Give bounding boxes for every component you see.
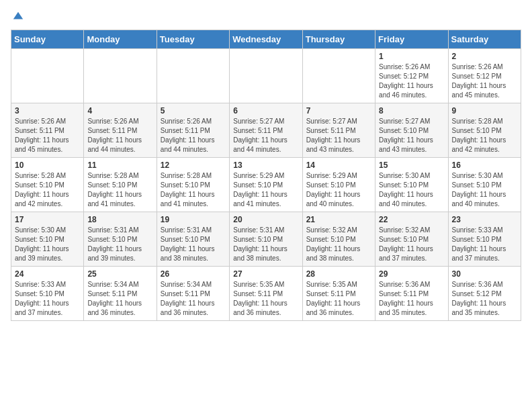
calendar-cell: 8Sunrise: 5:27 AM Sunset: 5:10 PM Daylig… <box>375 103 448 158</box>
day-info: Sunrise: 5:28 AM Sunset: 5:10 PM Dayligh… <box>87 171 152 209</box>
day-info: Sunrise: 5:32 AM Sunset: 5:10 PM Dayligh… <box>306 226 371 263</box>
day-number: 5 <box>161 106 226 116</box>
day-number: 27 <box>233 269 298 279</box>
day-number: 20 <box>233 215 298 224</box>
day-number: 9 <box>452 106 517 116</box>
calendar-cell: 15Sunrise: 5:30 AM Sunset: 5:10 PM Dayli… <box>375 158 448 212</box>
calendar-cell: 6Sunrise: 5:27 AM Sunset: 5:11 PM Daylig… <box>230 103 302 158</box>
calendar-header-row: SundayMondayTuesdayWednesdayThursdayFrid… <box>11 30 521 49</box>
calendar-week-row: 1Sunrise: 5:26 AM Sunset: 5:12 PM Daylig… <box>11 49 521 103</box>
day-info: Sunrise: 5:35 AM Sunset: 5:11 PM Dayligh… <box>233 280 298 318</box>
calendar-cell: 2Sunrise: 5:26 AM Sunset: 5:12 PM Daylig… <box>448 49 521 103</box>
calendar-cell: 20Sunrise: 5:31 AM Sunset: 5:10 PM Dayli… <box>230 212 302 267</box>
logo-icon <box>12 11 24 23</box>
day-info: Sunrise: 5:28 AM Sunset: 5:10 PM Dayligh… <box>161 171 226 209</box>
day-number: 16 <box>452 161 517 170</box>
calendar-week-row: 10Sunrise: 5:28 AM Sunset: 5:10 PM Dayli… <box>11 158 521 212</box>
calendar-cell: 9Sunrise: 5:28 AM Sunset: 5:10 PM Daylig… <box>448 103 521 158</box>
day-info: Sunrise: 5:34 AM Sunset: 5:11 PM Dayligh… <box>87 280 152 318</box>
day-info: Sunrise: 5:34 AM Sunset: 5:11 PM Dayligh… <box>161 280 226 318</box>
day-number: 8 <box>379 106 444 116</box>
day-number: 3 <box>15 106 80 116</box>
day-number: 6 <box>233 106 298 116</box>
day-info: Sunrise: 5:26 AM Sunset: 5:12 PM Dayligh… <box>379 62 444 100</box>
day-info: Sunrise: 5:29 AM Sunset: 5:10 PM Dayligh… <box>306 171 371 209</box>
calendar-cell: 28Sunrise: 5:35 AM Sunset: 5:11 PM Dayli… <box>302 267 375 321</box>
day-number: 1 <box>379 52 444 61</box>
day-number: 13 <box>233 161 298 170</box>
day-number: 12 <box>161 161 226 170</box>
calendar-week-row: 3Sunrise: 5:26 AM Sunset: 5:11 PM Daylig… <box>11 103 521 158</box>
calendar-cell: 30Sunrise: 5:36 AM Sunset: 5:12 PM Dayli… <box>448 267 521 321</box>
day-info: Sunrise: 5:27 AM Sunset: 5:11 PM Dayligh… <box>233 117 298 154</box>
calendar-cell: 17Sunrise: 5:30 AM Sunset: 5:10 PM Dayli… <box>11 212 84 267</box>
day-info: Sunrise: 5:30 AM Sunset: 5:10 PM Dayligh… <box>452 171 517 209</box>
weekday-header: Thursday <box>302 30 375 49</box>
weekday-header: Saturday <box>448 30 521 49</box>
day-number: 15 <box>379 161 444 170</box>
day-info: Sunrise: 5:26 AM Sunset: 5:11 PM Dayligh… <box>15 117 80 154</box>
calendar-cell: 24Sunrise: 5:33 AM Sunset: 5:10 PM Dayli… <box>11 267 84 321</box>
calendar-week-row: 17Sunrise: 5:30 AM Sunset: 5:10 PM Dayli… <box>11 212 521 267</box>
calendar-cell: 5Sunrise: 5:26 AM Sunset: 5:11 PM Daylig… <box>157 103 229 158</box>
calendar-cell <box>11 49 84 103</box>
calendar-week-row: 24Sunrise: 5:33 AM Sunset: 5:10 PM Dayli… <box>11 267 521 321</box>
calendar-cell: 14Sunrise: 5:29 AM Sunset: 5:10 PM Dayli… <box>302 158 375 212</box>
day-info: Sunrise: 5:30 AM Sunset: 5:10 PM Dayligh… <box>15 226 80 263</box>
day-info: Sunrise: 5:29 AM Sunset: 5:10 PM Dayligh… <box>233 171 298 209</box>
calendar-cell: 22Sunrise: 5:32 AM Sunset: 5:10 PM Dayli… <box>375 212 448 267</box>
day-info: Sunrise: 5:31 AM Sunset: 5:10 PM Dayligh… <box>233 226 298 263</box>
calendar-cell: 18Sunrise: 5:31 AM Sunset: 5:10 PM Dayli… <box>84 212 157 267</box>
calendar-cell: 21Sunrise: 5:32 AM Sunset: 5:10 PM Dayli… <box>302 212 375 267</box>
day-number: 25 <box>87 269 152 279</box>
calendar-cell: 12Sunrise: 5:28 AM Sunset: 5:10 PM Dayli… <box>157 158 229 212</box>
page-header <box>11 11 521 23</box>
day-number: 17 <box>15 215 80 224</box>
calendar-cell: 29Sunrise: 5:36 AM Sunset: 5:11 PM Dayli… <box>375 267 448 321</box>
svg-marker-0 <box>13 12 23 19</box>
day-number: 18 <box>87 215 152 224</box>
calendar-cell: 19Sunrise: 5:31 AM Sunset: 5:10 PM Dayli… <box>157 212 229 267</box>
calendar-cell: 26Sunrise: 5:34 AM Sunset: 5:11 PM Dayli… <box>157 267 229 321</box>
day-info: Sunrise: 5:28 AM Sunset: 5:10 PM Dayligh… <box>15 171 80 209</box>
day-number: 28 <box>306 269 371 279</box>
day-info: Sunrise: 5:27 AM Sunset: 5:11 PM Dayligh… <box>306 117 371 154</box>
day-info: Sunrise: 5:26 AM Sunset: 5:11 PM Dayligh… <box>161 117 226 154</box>
day-info: Sunrise: 5:31 AM Sunset: 5:10 PM Dayligh… <box>161 226 226 263</box>
day-info: Sunrise: 5:36 AM Sunset: 5:11 PM Dayligh… <box>379 280 444 318</box>
calendar-cell: 1Sunrise: 5:26 AM Sunset: 5:12 PM Daylig… <box>375 49 448 103</box>
weekday-header: Friday <box>375 30 448 49</box>
logo <box>11 11 24 23</box>
day-info: Sunrise: 5:26 AM Sunset: 5:11 PM Dayligh… <box>87 117 152 154</box>
calendar-cell: 10Sunrise: 5:28 AM Sunset: 5:10 PM Dayli… <box>11 158 84 212</box>
calendar-cell <box>84 49 157 103</box>
day-number: 10 <box>15 161 80 170</box>
calendar-cell: 23Sunrise: 5:33 AM Sunset: 5:10 PM Dayli… <box>448 212 521 267</box>
calendar-cell: 27Sunrise: 5:35 AM Sunset: 5:11 PM Dayli… <box>230 267 302 321</box>
calendar-cell <box>157 49 229 103</box>
day-number: 4 <box>87 106 152 116</box>
calendar-cell <box>230 49 302 103</box>
day-number: 24 <box>15 269 80 279</box>
day-info: Sunrise: 5:35 AM Sunset: 5:11 PM Dayligh… <box>306 280 371 318</box>
calendar-cell: 13Sunrise: 5:29 AM Sunset: 5:10 PM Dayli… <box>230 158 302 212</box>
day-info: Sunrise: 5:36 AM Sunset: 5:12 PM Dayligh… <box>452 280 517 318</box>
day-number: 7 <box>306 106 371 116</box>
day-info: Sunrise: 5:33 AM Sunset: 5:10 PM Dayligh… <box>15 280 80 318</box>
day-number: 11 <box>87 161 152 170</box>
day-info: Sunrise: 5:31 AM Sunset: 5:10 PM Dayligh… <box>87 226 152 263</box>
day-info: Sunrise: 5:27 AM Sunset: 5:10 PM Dayligh… <box>379 117 444 154</box>
calendar-cell: 25Sunrise: 5:34 AM Sunset: 5:11 PM Dayli… <box>84 267 157 321</box>
day-number: 22 <box>379 215 444 224</box>
weekday-header: Sunday <box>11 30 84 49</box>
day-number: 19 <box>161 215 226 224</box>
weekday-header: Monday <box>84 30 157 49</box>
calendar-table: SundayMondayTuesdayWednesdayThursdayFrid… <box>11 30 521 321</box>
day-number: 29 <box>379 269 444 279</box>
weekday-header: Tuesday <box>157 30 229 49</box>
calendar-cell <box>302 49 375 103</box>
calendar-cell: 11Sunrise: 5:28 AM Sunset: 5:10 PM Dayli… <box>84 158 157 212</box>
day-info: Sunrise: 5:32 AM Sunset: 5:10 PM Dayligh… <box>379 226 444 263</box>
day-info: Sunrise: 5:30 AM Sunset: 5:10 PM Dayligh… <box>379 171 444 209</box>
day-info: Sunrise: 5:28 AM Sunset: 5:10 PM Dayligh… <box>452 117 517 154</box>
